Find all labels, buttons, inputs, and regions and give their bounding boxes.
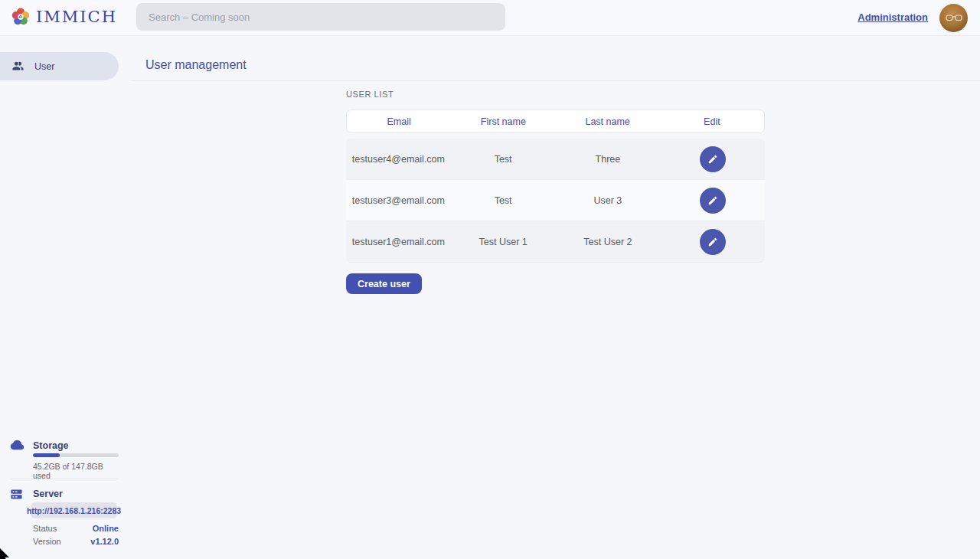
user-table-header: Email First name Last name Edit: [346, 110, 765, 133]
edit-user-button[interactable]: [700, 229, 726, 255]
sidebar-divider: [11, 479, 119, 479]
status-value: Online: [93, 524, 119, 533]
cell-first-name: Test User 1: [451, 237, 556, 247]
immich-flower-icon: [11, 7, 31, 27]
storage-title: Storage: [33, 440, 69, 451]
logo-text: IMMICH: [36, 8, 117, 26]
glasses-icon: [946, 14, 962, 22]
cloud-icon: [10, 440, 24, 450]
server-url-badge: http://192.168.1.216:2283: [31, 502, 117, 518]
cell-edit: [660, 146, 765, 172]
cell-email: testuser1@email.com: [346, 237, 451, 247]
cell-last-name: Three: [556, 154, 661, 165]
storage-progress-bar: [33, 453, 119, 457]
server-title: Server: [33, 489, 63, 499]
create-user-button[interactable]: Create user: [346, 273, 422, 294]
top-bar: IMMICH Administration: [0, 0, 980, 36]
user-avatar[interactable]: [939, 4, 968, 32]
storage-progress-fill: [33, 453, 60, 457]
sidebar: User Storage 45.2GB of 147.8GB used Serv…: [0, 36, 119, 559]
pencil-icon: [707, 237, 718, 247]
user-table: testuser4@email.com Test Three testuser3…: [346, 139, 765, 263]
cell-edit: [660, 229, 765, 255]
table-row: testuser4@email.com Test Three: [346, 139, 765, 180]
cell-first-name: Test: [451, 195, 556, 206]
search-input[interactable]: [136, 3, 505, 31]
cell-edit: [660, 188, 765, 214]
column-header-first-name: First name: [451, 116, 555, 127]
server-version-row: Version v1.12.0: [33, 537, 119, 546]
server-status-row: Status Online: [33, 524, 119, 533]
title-divider: [132, 80, 980, 81]
column-header-email: Email: [347, 116, 451, 127]
status-label: Status: [33, 524, 57, 533]
version-value: v1.12.0: [90, 537, 119, 546]
sidebar-footer: Storage 45.2GB of 147.8GB used Server ht…: [0, 36, 119, 559]
cell-email: testuser3@email.com: [346, 195, 451, 206]
column-header-last-name: Last name: [556, 116, 660, 127]
pencil-icon: [707, 195, 718, 206]
mouse-cursor: [0, 546, 11, 559]
cell-last-name: User 3: [556, 195, 661, 206]
pencil-icon: [707, 154, 718, 165]
server-icon: [10, 488, 23, 501]
administration-link[interactable]: Administration: [858, 11, 928, 23]
storage-usage-text: 45.2GB of 147.8GB used: [33, 462, 119, 480]
cell-email: testuser4@email.com: [346, 154, 451, 165]
cell-last-name: Test User 2: [556, 237, 661, 247]
version-label: Version: [33, 537, 61, 546]
cell-first-name: Test: [451, 154, 556, 165]
user-list-heading: USER LIST: [346, 90, 394, 99]
table-row: testuser1@email.com Test User 1 Test Use…: [346, 221, 765, 263]
edit-user-button[interactable]: [700, 188, 726, 214]
column-header-edit: Edit: [660, 116, 764, 127]
app-logo[interactable]: IMMICH: [11, 7, 117, 27]
table-row: testuser3@email.com Test User 3: [346, 180, 765, 221]
edit-user-button[interactable]: [700, 146, 726, 172]
page-title: User management: [145, 58, 247, 72]
